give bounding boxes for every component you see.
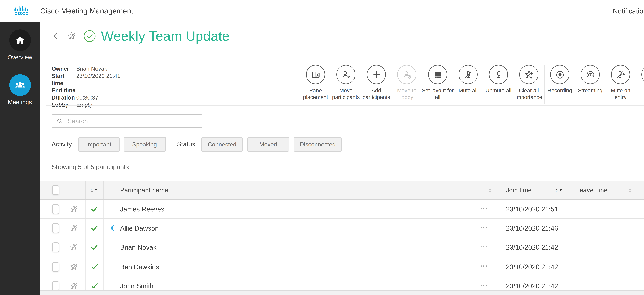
notifications-button[interactable]: Notifications (606, 0, 644, 22)
meetings-circle (9, 74, 31, 96)
filter-important-button[interactable]: Important (78, 137, 119, 152)
join-time: 23/10/2020 21:46 (506, 224, 558, 232)
detail-label: Start time (52, 72, 76, 87)
filter-disconnected-button[interactable]: Disconnected (294, 137, 342, 152)
sidebar-item-overview[interactable]: Overview (0, 29, 40, 60)
select-all-checkbox[interactable] (52, 185, 59, 195)
sort-icon[interactable]: ▲▼ (488, 188, 492, 193)
importance-star-icon[interactable] (70, 281, 78, 290)
mute-all-button[interactable]: Mute all (453, 65, 483, 94)
connected-check-icon (90, 263, 98, 270)
detail-value: Empty (76, 101, 92, 108)
join-time: 23/10/2020 21:42 (506, 282, 558, 290)
row-more-menu[interactable]: ··· (480, 281, 488, 289)
meeting-toolbar: Pane placement Move participants Add par… (300, 65, 644, 104)
participant-row: Allie Dawson··· 23/10/2020 21:46 (40, 219, 644, 238)
back-icon[interactable] (52, 32, 60, 40)
detail-row: Start time23/10/2020 21:41 (52, 72, 120, 87)
column-header-participant[interactable]: Participant name (120, 186, 168, 194)
connected-check-icon (90, 282, 98, 290)
participant-name[interactable]: Ben Dawkins (120, 263, 159, 270)
move-to-lobby-button: Move to lobby (392, 65, 422, 100)
filter-moved-button[interactable]: Moved (247, 137, 289, 152)
detail-label: Owner (52, 65, 76, 72)
unmute-all-button[interactable]: Unmute all (483, 65, 514, 94)
speaking-icon (110, 224, 115, 232)
sidebar-item-meetings[interactable]: Meetings (0, 74, 40, 105)
detail-label: Lobby (52, 101, 76, 108)
set-layout-icon (432, 69, 443, 80)
sort-asc-icon: ▲ (94, 187, 98, 191)
participant-name[interactable]: James Reeves (120, 205, 164, 213)
meeting-title-row: Weekly Team Update (52, 28, 230, 44)
horizontal-scrollbar[interactable] (40, 290, 644, 295)
cisco-logo-bars-icon (14, 6, 30, 12)
column-header-join-time[interactable]: Join time (506, 186, 532, 194)
sort-desc-icon: ▼ (559, 188, 562, 192)
status-sort-indicator[interactable]: 1▲ (91, 187, 98, 193)
top-bar-right: Notifications LDAP/Sally Wood Video oper… (606, 0, 644, 22)
detail-row: LobbyEmpty (52, 101, 120, 108)
participant-row: James Reeves··· 23/10/2020 21:51 (40, 200, 644, 219)
detail-value: 00:30:37 (76, 94, 98, 101)
move-participants-icon (341, 69, 351, 80)
join-time: 23/10/2020 21:51 (506, 205, 558, 213)
mute-on-entry-button[interactable]: Mute on entry (605, 65, 636, 100)
filter-speaking-button[interactable]: Speaking (124, 137, 166, 152)
participant-name[interactable]: Allie Dawson (120, 224, 159, 232)
join-time: 23/10/2020 21:42 (506, 263, 558, 270)
row-more-menu[interactable]: ··· (480, 224, 488, 231)
importance-star-icon[interactable] (70, 243, 78, 252)
detail-label: End time (52, 87, 76, 94)
join-time: 23/10/2020 21:42 (506, 243, 558, 251)
lock-button[interactable]: Lock (636, 65, 644, 94)
row-checkbox[interactable] (52, 281, 59, 291)
pane-placement-icon (310, 69, 321, 80)
row-checkbox[interactable] (52, 223, 59, 233)
set-layout-button[interactable]: Set layout for all (422, 65, 453, 100)
app-window: CISCO Cisco Meeting Management Notificat… (0, 0, 644, 295)
participant-row: Ben Dawkins··· 23/10/2020 21:42 (40, 257, 644, 276)
row-checkbox[interactable] (52, 242, 59, 252)
importance-star-icon[interactable] (70, 224, 78, 233)
mute-on-entry-icon (616, 69, 626, 80)
recording-button[interactable]: Recording (544, 65, 575, 94)
unmute-all-icon (493, 69, 504, 80)
recording-icon (554, 69, 565, 80)
search-input[interactable] (66, 117, 202, 125)
table-header-row: 1▲ Participant name ▲▼ Join time 2▼ Leav… (40, 180, 644, 200)
participant-name[interactable]: Brian Novak (120, 243, 156, 251)
connected-check-icon (90, 224, 98, 232)
join-sort-indicator[interactable]: 2▼ (555, 188, 562, 193)
row-more-menu[interactable]: ··· (480, 243, 488, 250)
cisco-logo-text: CISCO (14, 12, 29, 16)
home-icon (15, 35, 25, 45)
row-checkbox[interactable] (52, 204, 59, 214)
row-more-menu[interactable]: ··· (480, 262, 488, 270)
cisco-logo: CISCO (13, 6, 30, 16)
overview-circle (9, 29, 31, 51)
detail-row: End time (52, 87, 120, 94)
row-more-menu[interactable]: ··· (480, 204, 488, 212)
move-participants-button[interactable]: Move participants (331, 65, 361, 100)
detail-value: Brian Novak (76, 65, 107, 72)
sort-icon[interactable]: ▲▼ (628, 188, 632, 193)
participant-name[interactable]: John Smith (120, 282, 154, 290)
importance-star-icon[interactable] (70, 205, 78, 213)
connected-check-icon (90, 205, 98, 213)
sidebar: Overview Meetings (0, 22, 40, 295)
detail-row: Duration00:30:37 (52, 94, 120, 101)
clear-importance-button[interactable]: Clear all importance (514, 65, 544, 100)
divider (46, 58, 644, 58)
importance-star-icon[interactable] (70, 262, 78, 271)
streaming-button[interactable]: Streaming (575, 65, 605, 94)
filter-connected-button[interactable]: Connected (202, 137, 243, 152)
sidebar-item-label: Meetings (0, 99, 40, 105)
add-participants-button[interactable]: Add participants (361, 65, 392, 100)
row-checkbox[interactable] (52, 262, 59, 271)
column-header-leave-time[interactable]: Leave time (576, 186, 608, 194)
mute-all-icon (463, 69, 473, 80)
importance-off-icon[interactable] (67, 32, 76, 41)
pane-placement-button[interactable]: Pane placement (300, 65, 331, 100)
meeting-details: OwnerBrian Novak Start time23/10/2020 21… (52, 65, 120, 108)
